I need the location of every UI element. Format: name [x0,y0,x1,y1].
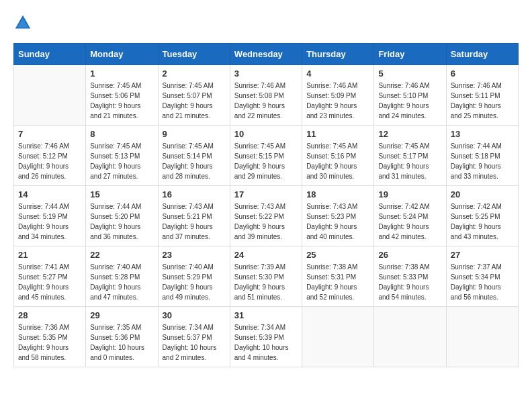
calendar-week-row: 1Sunrise: 7:45 AMSunset: 5:06 PMDaylight… [14,65,519,126]
day-info: Sunrise: 7:34 AMSunset: 5:37 PMDaylight:… [163,322,226,363]
day-info: Sunrise: 7:45 AMSunset: 5:16 PMDaylight:… [306,141,369,181]
day-number: 22 [90,250,153,260]
calendar-cell: 1Sunrise: 7:45 AMSunset: 5:06 PMDaylight… [86,65,158,126]
calendar-cell: 4Sunrise: 7:46 AMSunset: 5:09 PMDaylight… [302,65,374,126]
calendar-cell: 23Sunrise: 7:40 AMSunset: 5:29 PMDayligh… [158,246,230,307]
day-number: 4 [306,68,369,79]
day-number: 2 [163,68,226,79]
calendar-cell [374,307,446,367]
day-number: 16 [163,189,226,199]
page-header [13,13,519,32]
logo-icon [13,13,32,32]
day-number: 9 [163,129,226,139]
column-header-saturday: Saturday [446,44,518,65]
day-number: 19 [378,189,441,199]
day-info: Sunrise: 7:36 AMSunset: 5:35 PMDaylight:… [18,322,81,363]
day-info: Sunrise: 7:41 AMSunset: 5:27 PMDaylight:… [18,262,81,302]
calendar-cell: 24Sunrise: 7:39 AMSunset: 5:30 PMDayligh… [230,246,302,307]
calendar-table: SundayMondayTuesdayWednesdayThursdayFrid… [13,43,519,367]
day-number: 26 [378,250,441,260]
column-header-monday: Monday [86,44,158,65]
day-number: 10 [234,129,298,139]
day-number: 5 [378,68,441,79]
day-info: Sunrise: 7:38 AMSunset: 5:33 PMDaylight:… [378,262,441,302]
day-number: 20 [451,189,514,199]
day-number: 23 [163,250,226,260]
day-number: 31 [234,310,298,320]
day-info: Sunrise: 7:37 AMSunset: 5:34 PMDaylight:… [451,262,514,302]
calendar-cell: 11Sunrise: 7:45 AMSunset: 5:16 PMDayligh… [302,126,374,186]
day-number: 11 [306,129,369,139]
calendar-cell: 20Sunrise: 7:42 AMSunset: 5:25 PMDayligh… [446,186,518,246]
calendar-cell: 30Sunrise: 7:34 AMSunset: 5:37 PMDayligh… [158,307,230,367]
calendar-cell: 19Sunrise: 7:42 AMSunset: 5:24 PMDayligh… [374,186,446,246]
calendar-cell [302,307,374,367]
day-number: 29 [90,310,153,320]
day-number: 13 [451,129,514,139]
day-number: 25 [306,250,369,260]
day-number: 17 [234,189,298,199]
day-info: Sunrise: 7:46 AMSunset: 5:09 PMDaylight:… [306,81,369,121]
day-info: Sunrise: 7:45 AMSunset: 5:06 PMDaylight:… [90,81,153,121]
day-info: Sunrise: 7:44 AMSunset: 5:20 PMDaylight:… [90,201,153,242]
calendar-cell: 15Sunrise: 7:44 AMSunset: 5:20 PMDayligh… [86,186,158,246]
day-number: 3 [234,68,298,79]
day-info: Sunrise: 7:46 AMSunset: 5:12 PMDaylight:… [18,141,81,181]
column-header-sunday: Sunday [14,44,86,65]
calendar-cell: 31Sunrise: 7:34 AMSunset: 5:39 PMDayligh… [230,307,302,367]
day-info: Sunrise: 7:45 AMSunset: 5:07 PMDaylight:… [163,81,226,121]
calendar-cell: 26Sunrise: 7:38 AMSunset: 5:33 PMDayligh… [374,246,446,307]
calendar-cell: 2Sunrise: 7:45 AMSunset: 5:07 PMDaylight… [158,65,230,126]
calendar-cell [14,65,86,126]
calendar-cell: 9Sunrise: 7:45 AMSunset: 5:14 PMDaylight… [158,126,230,186]
day-info: Sunrise: 7:42 AMSunset: 5:24 PMDaylight:… [378,201,441,242]
day-info: Sunrise: 7:46 AMSunset: 5:11 PMDaylight:… [451,81,514,121]
calendar-cell: 8Sunrise: 7:45 AMSunset: 5:13 PMDaylight… [86,126,158,186]
day-number: 30 [163,310,226,320]
calendar-cell: 17Sunrise: 7:43 AMSunset: 5:22 PMDayligh… [230,186,302,246]
day-number: 18 [306,189,369,199]
day-number: 24 [234,250,298,260]
calendar-cell: 22Sunrise: 7:40 AMSunset: 5:28 PMDayligh… [86,246,158,307]
calendar-cell [446,307,518,367]
day-info: Sunrise: 7:44 AMSunset: 5:18 PMDaylight:… [451,141,514,181]
day-info: Sunrise: 7:38 AMSunset: 5:31 PMDaylight:… [306,262,369,302]
day-number: 27 [451,250,514,260]
day-info: Sunrise: 7:43 AMSunset: 5:21 PMDaylight:… [163,201,226,242]
day-info: Sunrise: 7:45 AMSunset: 5:15 PMDaylight:… [234,141,298,181]
calendar-cell: 6Sunrise: 7:46 AMSunset: 5:11 PMDaylight… [446,65,518,126]
calendar-cell: 27Sunrise: 7:37 AMSunset: 5:34 PMDayligh… [446,246,518,307]
calendar-cell: 21Sunrise: 7:41 AMSunset: 5:27 PMDayligh… [14,246,86,307]
calendar-cell: 5Sunrise: 7:46 AMSunset: 5:10 PMDaylight… [374,65,446,126]
day-number: 7 [18,129,81,139]
logo [13,13,35,32]
day-info: Sunrise: 7:39 AMSunset: 5:30 PMDaylight:… [234,262,298,302]
day-number: 1 [90,68,153,79]
day-info: Sunrise: 7:43 AMSunset: 5:22 PMDaylight:… [234,201,298,242]
day-info: Sunrise: 7:43 AMSunset: 5:23 PMDaylight:… [306,201,369,242]
calendar-cell: 3Sunrise: 7:46 AMSunset: 5:08 PMDaylight… [230,65,302,126]
day-number: 28 [18,310,81,320]
column-header-friday: Friday [374,44,446,65]
day-number: 21 [18,250,81,260]
calendar-week-row: 7Sunrise: 7:46 AMSunset: 5:12 PMDaylight… [14,126,519,186]
column-header-thursday: Thursday [302,44,374,65]
day-number: 12 [378,129,441,139]
calendar-cell: 14Sunrise: 7:44 AMSunset: 5:19 PMDayligh… [14,186,86,246]
day-info: Sunrise: 7:42 AMSunset: 5:25 PMDaylight:… [451,201,514,242]
calendar-cell: 13Sunrise: 7:44 AMSunset: 5:18 PMDayligh… [446,126,518,186]
day-info: Sunrise: 7:34 AMSunset: 5:39 PMDaylight:… [234,322,298,363]
calendar-cell: 10Sunrise: 7:45 AMSunset: 5:15 PMDayligh… [230,126,302,186]
calendar-cell: 12Sunrise: 7:45 AMSunset: 5:17 PMDayligh… [374,126,446,186]
day-number: 14 [18,189,81,199]
day-info: Sunrise: 7:40 AMSunset: 5:29 PMDaylight:… [163,262,226,302]
calendar-cell: 18Sunrise: 7:43 AMSunset: 5:23 PMDayligh… [302,186,374,246]
day-number: 15 [90,189,153,199]
calendar-week-row: 28Sunrise: 7:36 AMSunset: 5:35 PMDayligh… [14,307,519,367]
calendar-header-row: SundayMondayTuesdayWednesdayThursdayFrid… [14,44,519,65]
day-info: Sunrise: 7:40 AMSunset: 5:28 PMDaylight:… [90,262,153,302]
day-info: Sunrise: 7:45 AMSunset: 5:14 PMDaylight:… [163,141,226,181]
day-info: Sunrise: 7:46 AMSunset: 5:10 PMDaylight:… [378,81,441,121]
day-number: 6 [451,68,514,79]
column-header-tuesday: Tuesday [158,44,230,65]
